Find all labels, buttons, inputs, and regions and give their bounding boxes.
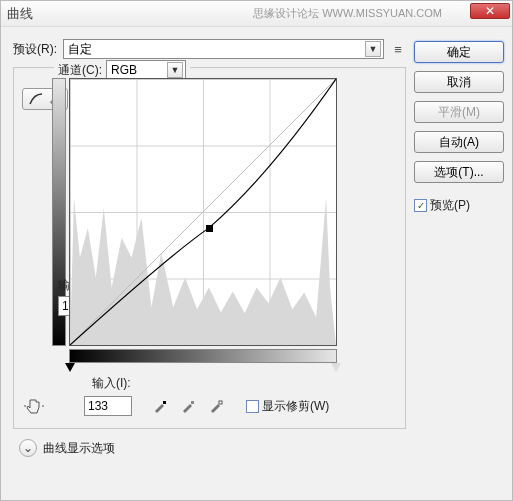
ok-label: 确定 [447,44,471,61]
preset-value: 自定 [68,41,92,58]
smooth-button: 平滑(M) [414,101,504,123]
curve-point[interactable] [206,225,213,232]
chevron-down-icon: ▼ [365,41,381,57]
close-icon: ✕ [485,4,495,18]
hand-scrubber-icon[interactable] [22,394,46,418]
channel-label: 通道(C): [58,62,102,79]
svg-line-1 [70,79,336,345]
show-clipping-label: 显示修剪(W) [262,398,329,415]
channel-combo[interactable]: RGB ▼ [106,60,186,80]
window-title: 曲线 [7,5,33,23]
preset-label: 预设(R): [13,41,57,58]
input-field[interactable]: 133 [84,396,132,416]
eyedropper-black-icon[interactable] [150,396,170,416]
horizontal-gradient [69,349,337,363]
curve-line [70,79,336,345]
cancel-button[interactable]: 取消 [414,71,504,93]
smooth-label: 平滑(M) [438,104,480,121]
curve-icon [29,92,43,106]
eyedropper-white-icon[interactable] [206,396,226,416]
svg-rect-3 [191,401,194,404]
close-button[interactable]: ✕ [470,3,510,19]
chevron-down-icon: ▼ [167,62,183,78]
auto-label: 自动(A) [439,134,479,151]
eyedropper-gray-icon[interactable] [178,396,198,416]
options-label: 选项(T)... [434,164,483,181]
preview-checkbox[interactable]: ✓ [414,199,427,212]
curve-grid[interactable] [69,78,337,346]
ok-button[interactable]: 确定 [414,41,504,63]
preset-menu-icon[interactable]: ≡ [390,41,406,57]
preview-label: 预览(P) [430,197,470,214]
auto-button[interactable]: 自动(A) [414,131,504,153]
expand-options-button[interactable]: ⌄ [19,439,37,457]
options-button[interactable]: 选项(T)... [414,161,504,183]
black-point-slider[interactable] [65,363,75,372]
svg-rect-2 [163,401,166,404]
chevrons-down-icon: ⌄ [23,441,33,455]
cancel-label: 取消 [447,74,471,91]
show-clipping-checkbox[interactable] [246,400,259,413]
channel-value: RGB [111,63,137,77]
input-label: 输入(I): [92,375,131,392]
input-value: 133 [88,399,108,413]
svg-rect-4 [219,401,222,404]
expand-options-label: 曲线显示选项 [43,440,115,457]
curve-group: 通道(C): RGB ▼ 输出(O): 112 [13,67,406,429]
preset-combo[interactable]: 自定 ▼ [63,39,384,59]
titlebar: 曲线 思缘设计论坛 WWW.MISSYUAN.COM ✕ [1,1,512,27]
white-point-slider[interactable] [331,363,341,372]
watermark-text: 思缘设计论坛 WWW.MISSYUAN.COM [253,6,442,21]
